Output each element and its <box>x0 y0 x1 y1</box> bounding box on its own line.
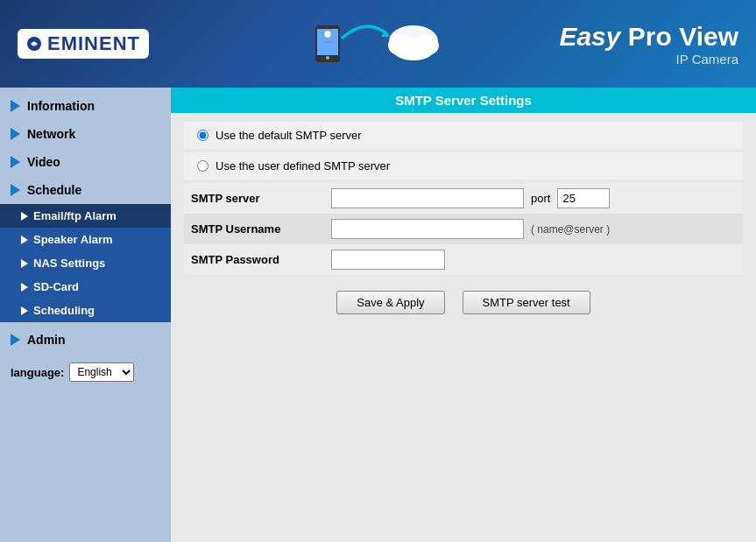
eminent-logo-icon <box>26 36 42 52</box>
sidebar-item-nas-settings[interactable]: NAS Settings <box>0 251 171 275</box>
sidebar-item-scheduling[interactable]: Scheduling <box>0 299 171 322</box>
sidebar-item-label: Admin <box>27 333 66 347</box>
sidebar-item-sd-card[interactable]: SD-Card <box>0 275 171 299</box>
nas-arrow-icon <box>21 259 28 268</box>
sd-card-arrow-icon <box>21 283 28 292</box>
buttons-row: Save & Apply SMTP server test <box>184 275 743 323</box>
radio-custom-label[interactable]: Use the user defined SMTP server <box>215 159 390 172</box>
information-arrow-icon <box>11 100 20 112</box>
smtp-server-cell: port <box>324 183 743 214</box>
svg-point-4 <box>324 31 331 38</box>
email-ftp-arrow-icon <box>21 212 28 221</box>
schedule-arrow-icon <box>11 184 20 196</box>
video-arrow-icon <box>11 156 20 168</box>
svg-point-9 <box>394 43 433 60</box>
sidebar-sub-item-label: Scheduling <box>33 304 95 317</box>
radio-row-default: Use the default SMTP server <box>184 122 743 149</box>
content-title: SMTP Server Settings <box>171 88 756 113</box>
sidebar-sub-item-label: SD-Card <box>33 280 79 293</box>
smtp-server-input[interactable] <box>331 188 524 208</box>
logo-text: EMINENT <box>47 32 140 55</box>
smtp-server-input-group: port <box>331 188 736 208</box>
speaker-alarm-arrow-icon <box>21 236 28 244</box>
brand-pro-view: Pro View <box>620 22 738 51</box>
sidebar-item-label: Video <box>27 155 60 169</box>
logo-box: EMINENT <box>18 29 149 59</box>
sidebar-item-email-ftp-alarm[interactable]: Email/ftp Alarm <box>0 204 171 228</box>
network-arrow-icon <box>11 128 20 140</box>
brand-title: Easy Pro View IP Camera <box>559 22 738 67</box>
language-select[interactable]: English Dutch German French Spanish <box>69 363 134 382</box>
sidebar-item-video[interactable]: Video <box>0 148 171 176</box>
smtp-form-table: SMTP server port SMTP Username <box>184 183 743 275</box>
table-row-username: SMTP Username ( name@server ) <box>184 214 743 244</box>
smtp-username-cell: ( name@server ) <box>324 214 743 244</box>
port-label: port <box>531 192 550 205</box>
radio-custom-smtp[interactable] <box>197 160 208 172</box>
header-svg <box>308 8 449 78</box>
radio-default-label[interactable]: Use the default SMTP server <box>215 129 362 142</box>
sidebar-item-label: Schedule <box>27 183 81 197</box>
sidebar-sub-item-label: Email/ftp Alarm <box>33 209 117 222</box>
smtp-test-button[interactable]: SMTP server test <box>463 291 590 314</box>
smtp-password-input-group <box>331 250 736 270</box>
table-row-server: SMTP server port <box>184 183 743 214</box>
language-row: language: English Dutch German French Sp… <box>0 354 171 391</box>
content-body: Use the default SMTP server Use the user… <box>171 113 756 332</box>
sidebar-sub-item-label: Speaker Alarm <box>33 233 113 246</box>
admin-arrow-icon <box>11 334 20 346</box>
save-apply-button[interactable]: Save & Apply <box>336 291 444 314</box>
smtp-port-input[interactable] <box>557 188 610 208</box>
sidebar-item-speaker-alarm[interactable]: Speaker Alarm <box>0 228 171 251</box>
smtp-password-cell <box>324 244 743 275</box>
main-container: Information Network Video Schedule Email… <box>0 88 756 542</box>
sidebar: Information Network Video Schedule Email… <box>0 88 171 542</box>
sidebar-sub-item-label: NAS Settings <box>33 257 105 270</box>
language-label: language: <box>11 366 64 379</box>
smtp-server-label: SMTP server <box>184 183 324 214</box>
table-row-password: SMTP Password <box>184 244 743 275</box>
content-area: SMTP Server Settings Use the default SMT… <box>171 88 756 542</box>
brand-easy: Easy <box>559 22 620 51</box>
sidebar-sub-menu: Email/ftp Alarm Speaker Alarm NAS Settin… <box>0 204 171 322</box>
smtp-username-hint: ( name@server ) <box>531 223 610 236</box>
sidebar-item-information[interactable]: Information <box>0 92 171 120</box>
smtp-username-input-group: ( name@server ) <box>331 219 736 239</box>
sidebar-item-label: Information <box>27 99 95 113</box>
smtp-password-label: SMTP Password <box>184 244 324 275</box>
smtp-username-label: SMTP Username <box>184 214 324 244</box>
radio-row-custom: Use the user defined SMTP server <box>184 152 743 179</box>
sidebar-item-schedule[interactable]: Schedule <box>0 176 171 204</box>
header: EMINENT Easy Pro View IP Camera <box>0 0 756 88</box>
smtp-password-input[interactable] <box>331 250 445 270</box>
sidebar-item-admin[interactable]: Admin <box>0 326 171 354</box>
scheduling-arrow-icon <box>21 306 28 315</box>
svg-point-3 <box>326 56 329 60</box>
sidebar-item-label: Network <box>27 127 75 141</box>
radio-default-smtp[interactable] <box>197 130 208 141</box>
header-graphic <box>308 8 449 81</box>
smtp-username-input[interactable] <box>331 219 524 239</box>
brand-ip-camera: IP Camera <box>559 52 738 67</box>
sidebar-item-network[interactable]: Network <box>0 120 171 148</box>
